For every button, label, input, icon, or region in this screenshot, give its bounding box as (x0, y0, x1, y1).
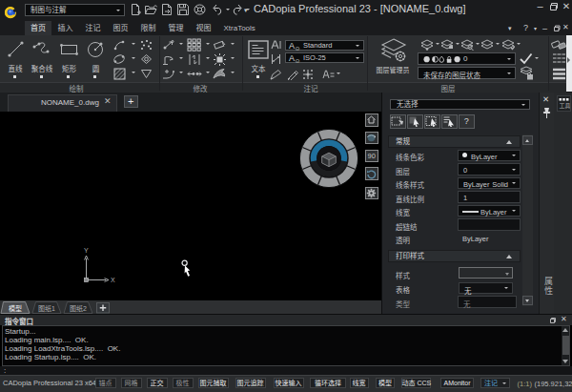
svg-text:工具: 工具 (559, 101, 570, 110)
svg-text:Y: Y (84, 247, 89, 254)
svg-text:X: X (111, 277, 115, 283)
